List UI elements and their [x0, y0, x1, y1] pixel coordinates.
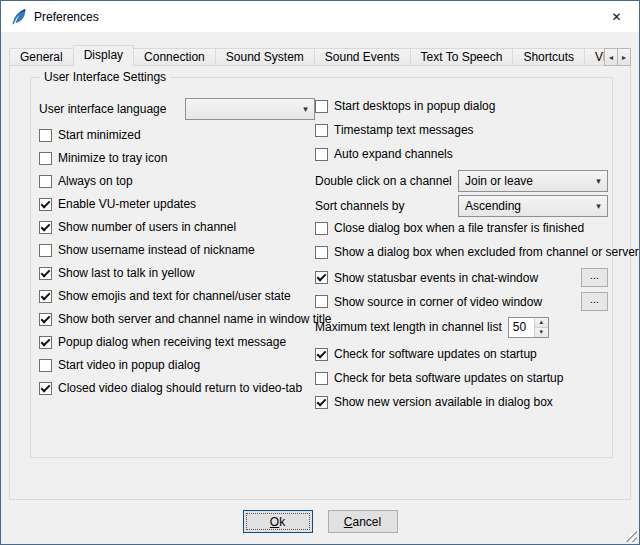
- checkbox-label: Auto expand channels: [334, 147, 453, 161]
- checkbox-label: Show last to talk in yellow: [58, 266, 195, 280]
- checkbox-icon: [39, 382, 52, 395]
- checkbox-start-video-in-popup-dialog[interactable]: Start video in popup dialog: [39, 357, 315, 373]
- double-click-select[interactable]: Join or leave ▾: [458, 170, 608, 192]
- checkbox-icon: [315, 295, 328, 308]
- language-label: User interface language: [39, 102, 166, 116]
- tab-page-display: User Interface Settings User interface l…: [9, 65, 631, 500]
- right-column: Start desktops in popup dialog Timestamp…: [315, 98, 608, 455]
- ok-button[interactable]: Ok: [243, 510, 313, 533]
- checkbox-show-number-of-users[interactable]: Show number of users in channel: [39, 219, 315, 235]
- checkbox-label: Close dialog box when a file transfer is…: [334, 221, 584, 235]
- checkbox-auto-expand-channels[interactable]: Auto expand channels: [315, 146, 608, 162]
- title-bar: Preferences ✕: [1, 1, 639, 32]
- checkbox-icon: [315, 246, 328, 259]
- tab-strip: General Display Connection Sound System …: [9, 45, 631, 66]
- checkbox-icon: [39, 152, 52, 165]
- checkbox-minimize-to-tray-icon[interactable]: Minimize to tray icon: [39, 150, 315, 166]
- language-select[interactable]: ▾: [185, 98, 315, 120]
- tab-general[interactable]: General: [9, 48, 74, 65]
- sort-channels-label: Sort channels by: [315, 199, 404, 213]
- checkbox-icon: [39, 359, 52, 372]
- checkbox-check-software-updates[interactable]: Check for software updates on startup: [315, 346, 608, 362]
- checkbox-label: Show a dialog box when excluded from cha…: [334, 245, 639, 259]
- checkbox-show-username-instead-of-nickname[interactable]: Show username instead of nickname: [39, 242, 315, 258]
- sort-channels-select[interactable]: Ascending ▾: [458, 195, 608, 217]
- checkbox-icon: [315, 124, 328, 137]
- checkbox-show-last-to-talk-in-yellow[interactable]: Show last to talk in yellow: [39, 265, 315, 281]
- checkbox-icon: [315, 100, 328, 113]
- spin-down-button[interactable]: ▼: [535, 327, 548, 337]
- checkbox-label: Show emojis and text for channel/user st…: [58, 289, 291, 303]
- checkbox-icon: [315, 271, 328, 284]
- checkbox-enable-vu-meter-updates[interactable]: Enable VU-meter updates: [39, 196, 315, 212]
- checkbox-label: Closed video dialog should return to vid…: [58, 381, 302, 395]
- checkbox-show-dialog-when-excluded[interactable]: Show a dialog box when excluded from cha…: [315, 244, 608, 260]
- checkbox-close-dialog-file-transfer[interactable]: Close dialog box when a file transfer is…: [315, 220, 608, 236]
- checkbox-start-minimized[interactable]: Start minimized: [39, 127, 315, 143]
- statusbar-events-row: Show statusbar events in chat-window ...: [315, 268, 608, 287]
- tab-text-to-speech[interactable]: Text To Speech: [410, 48, 514, 65]
- chevron-down-icon: ▾: [297, 104, 314, 114]
- tab-connection[interactable]: Connection: [133, 48, 216, 65]
- tab-scroll-left-button[interactable]: ◂: [604, 48, 618, 66]
- checkbox-show-statusbar-events[interactable]: Show statusbar events in chat-window: [315, 271, 538, 285]
- user-interface-settings-group: User Interface Settings User interface l…: [30, 77, 613, 458]
- statusbar-events-more-button[interactable]: ...: [581, 268, 608, 287]
- checkbox-timestamp-text-messages[interactable]: Timestamp text messages: [315, 122, 608, 138]
- spinner-arrows: ▲ ▼: [534, 318, 548, 337]
- checkbox-label: Show source in corner of video window: [334, 295, 542, 309]
- checkbox-icon: [315, 348, 328, 361]
- checkbox-show-source-video-window[interactable]: Show source in corner of video window: [315, 295, 542, 309]
- checkbox-label: Enable VU-meter updates: [58, 197, 196, 211]
- left-column: User interface language ▾ Start minimize…: [39, 98, 315, 455]
- tab-scroll-right-button[interactable]: ▸: [617, 48, 631, 66]
- tab-shortcuts[interactable]: Shortcuts: [512, 48, 585, 65]
- checkbox-icon: [315, 148, 328, 161]
- ok-button-label: Ok: [270, 515, 285, 529]
- checkbox-always-on-top[interactable]: Always on top: [39, 173, 315, 189]
- checkbox-icon: [315, 372, 328, 385]
- double-click-value: Join or leave: [465, 174, 533, 188]
- max-text-length-spinner[interactable]: 50 ▲ ▼: [508, 317, 549, 338]
- checkbox-check-beta-software-updates[interactable]: Check for beta software updates on start…: [315, 370, 608, 386]
- ellipsis-icon: ...: [590, 270, 599, 281]
- app-icon: [10, 8, 28, 26]
- checkbox-popup-dialog-text-message[interactable]: Popup dialog when receiving text message: [39, 334, 315, 350]
- checkbox-label: Show both server and channel name in win…: [58, 312, 332, 326]
- tab-sound-system[interactable]: Sound System: [215, 48, 315, 65]
- tab-sound-events[interactable]: Sound Events: [314, 48, 411, 65]
- cancel-button-label: Cancel: [344, 515, 381, 529]
- checkbox-show-new-version-dialog[interactable]: Show new version available in dialog box: [315, 394, 608, 410]
- max-text-length-row: Maximum text length in channel list 50 ▲…: [315, 316, 608, 338]
- checkbox-label: Show new version available in dialog box: [334, 395, 553, 409]
- checkbox-label: Timestamp text messages: [334, 123, 474, 137]
- tab-display[interactable]: Display: [73, 45, 134, 66]
- group-title: User Interface Settings: [40, 70, 170, 84]
- ellipsis-icon: ...: [590, 294, 599, 305]
- preferences-dialog: Preferences ✕ General Display Connection…: [0, 0, 640, 545]
- close-button[interactable]: ✕: [594, 1, 639, 32]
- close-icon: ✕: [611, 10, 621, 24]
- checkbox-icon: [315, 396, 328, 409]
- max-text-length-value: 50: [509, 318, 534, 337]
- checkbox-icon: [315, 222, 328, 235]
- cancel-button[interactable]: Cancel: [328, 510, 398, 533]
- checkbox-closed-video-dialog-return[interactable]: Closed video dialog should return to vid…: [39, 380, 315, 396]
- spin-up-button[interactable]: ▲: [535, 318, 548, 327]
- video-source-more-button[interactable]: ...: [581, 292, 608, 311]
- checkbox-label: Minimize to tray icon: [58, 151, 167, 165]
- checkbox-show-server-and-channel-in-title[interactable]: Show both server and channel name in win…: [39, 311, 315, 327]
- checkbox-label: Start minimized: [58, 128, 141, 142]
- arrow-left-icon: ◂: [609, 53, 613, 62]
- max-text-length-label: Maximum text length in channel list: [315, 320, 502, 334]
- checkbox-icon: [39, 221, 52, 234]
- arrow-right-icon: ▸: [622, 53, 626, 62]
- sort-channels-row: Sort channels by Ascending ▾: [315, 195, 608, 217]
- checkbox-icon: [39, 129, 52, 142]
- checkbox-show-emojis-and-text[interactable]: Show emojis and text for channel/user st…: [39, 288, 315, 304]
- checkbox-label: Check for beta software updates on start…: [334, 371, 563, 385]
- checkbox-label: Show statusbar events in chat-window: [334, 271, 538, 285]
- checkbox-icon: [39, 336, 52, 349]
- video-source-row: Show source in corner of video window ..…: [315, 292, 608, 311]
- checkbox-start-desktops-in-popup-dialog[interactable]: Start desktops in popup dialog: [315, 98, 608, 114]
